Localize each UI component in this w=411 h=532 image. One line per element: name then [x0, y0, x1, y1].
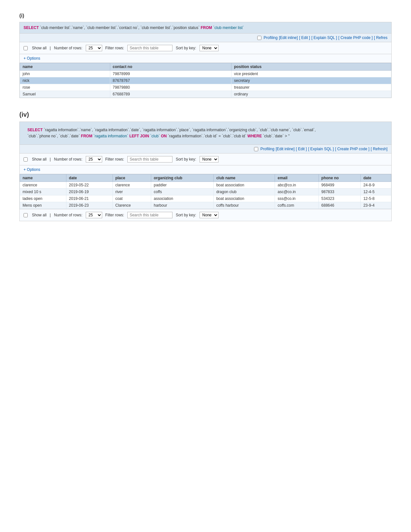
table-wrapper-i: name contact no position status john 798… [20, 63, 391, 98]
bottom-show-all-label-iv: Show all [32, 213, 46, 217]
sort-by-key-label-iv: Sort by key: [176, 157, 196, 162]
bottom-divider-iv: | [50, 213, 51, 217]
bottom-sort-select-iv[interactable]: None [200, 212, 219, 218]
controls-bar-iv: Show all | Number of rows: 25 50 100 Fil… [20, 153, 391, 165]
bottom-sort-label-iv: Sort by key: [176, 213, 196, 217]
create-php-link-i[interactable]: [ Create PHP code ] [338, 35, 373, 40]
num-rows-label-i: | [50, 46, 51, 50]
profiling-link-i[interactable]: Profiling [264, 35, 278, 40]
col-header-email-iv: email [275, 174, 319, 182]
explain-sql-link-iv[interactable]: [ Explain SQL ] [308, 147, 334, 151]
col-header-position-i: position status [231, 63, 391, 71]
cell-contact: 79878999 [110, 71, 231, 77]
sql-from-table: `club member list` [212, 25, 244, 30]
rows-select-iv[interactable]: 25 50 100 [86, 156, 102, 163]
table-row: ladies open 2019-06-21 coat association … [20, 195, 391, 202]
cell-club-name: coffs harbour [213, 202, 275, 209]
panel-iv: SELECT `ragatta information`.`name`, `ra… [19, 122, 392, 221]
cell-club-name: dragon club [213, 189, 275, 195]
table-row: john 79878999 vice president [20, 71, 391, 77]
cell-date: 2019-06-21 [66, 195, 113, 202]
cell-name: rose [20, 84, 110, 91]
sql-bar-i: SELECT `club member list`.`name`, `club … [20, 22, 391, 34]
cell-name: ladies open [20, 195, 66, 202]
table-header-row-i: name contact no position status [20, 63, 391, 71]
cell-position: ordinary [231, 91, 391, 98]
data-table-iv: name date place organizing club club nam… [20, 174, 391, 209]
edit-inline-link-iv[interactable]: [Edit inline] [276, 147, 295, 151]
cell-org-club: association [151, 195, 214, 202]
cell-phone: 968499 [318, 182, 360, 189]
cell-position: vice president [231, 71, 391, 77]
cell-place: coat [113, 195, 151, 202]
cell-name: Mens open [20, 202, 66, 209]
bottom-show-all-checkbox-iv[interactable] [24, 213, 28, 217]
table-row: mixed 10 s 2019-06-19 river coffs dragon… [20, 189, 391, 195]
table-row: Mens open 2019-06-23 Clarence harbour co… [20, 202, 391, 209]
cell-name: clarence [20, 182, 66, 189]
number-of-rows-label-iv: Number of rows: [54, 157, 82, 162]
search-input-i[interactable] [127, 45, 172, 51]
table-row: nick 87678767 secretary [20, 77, 391, 84]
sql-bar-iv: SELECT `ragatta information`.`name`, `ra… [20, 122, 391, 145]
edit-link-i[interactable]: [ Edit ] [299, 35, 310, 40]
rows-select-i[interactable]: 25 50 100 [86, 45, 102, 51]
sql-join-table-iv: `club` [149, 134, 160, 138]
refresh-link-iv[interactable]: [ Refresh] [371, 147, 387, 151]
cell-contact: 67688789 [110, 91, 231, 98]
cell-org-club: harbour [151, 202, 214, 209]
col-header-phone-iv: phone no [318, 174, 360, 182]
divider-iv: | [50, 157, 51, 162]
sql-from-keyword: FROM [200, 25, 212, 30]
cell-contact: 87678767 [110, 77, 231, 84]
col-header-club-name-iv: club name [213, 174, 275, 182]
explain-sql-link-i[interactable]: [ Explain SQL ] [311, 35, 337, 40]
profiling-link-iv[interactable]: Profiling [260, 147, 274, 151]
cell-date: 2019-05-22 [66, 182, 113, 189]
edit-link-iv[interactable]: [ Edit ] [296, 147, 307, 151]
cell-phone: 534323 [318, 195, 360, 202]
data-table-i: name contact no position status john 798… [20, 63, 391, 98]
sql-condition-iv: `ragatta information`.`club id` = `club`… [167, 134, 246, 138]
show-all-label-iv: Show all [32, 157, 46, 162]
options-link-i[interactable]: + Options [20, 54, 391, 63]
cell-position: treasurer [231, 84, 391, 91]
bottom-rows-select-iv[interactable]: 25 50 100 [86, 212, 102, 218]
controls-bar-i: Show all | Number of rows: 25 50 100 Fil… [20, 42, 391, 54]
bottom-filter-label-iv: Filter rows: [105, 213, 124, 217]
cell-place: river [113, 189, 151, 195]
sql-fields-iv: `ragatta information`.`name`, `ragatta i… [43, 128, 316, 132]
show-all-checkbox-i[interactable] [24, 46, 28, 50]
search-input-iv[interactable] [127, 156, 172, 163]
sort-select-iv[interactable]: None [200, 156, 219, 163]
cell-email: asc@co.in [275, 189, 319, 195]
table-header-row-iv: name date place organizing club club nam… [20, 174, 391, 182]
options-link-iv[interactable]: + Options [20, 165, 391, 174]
cell-email: coffs.com [275, 202, 319, 209]
cell-name: nick [20, 77, 110, 84]
filter-rows-label-i: Filter rows: [105, 46, 124, 50]
sql-from-iv: FROM [80, 134, 93, 138]
show-all-checkbox-iv[interactable] [24, 157, 28, 162]
col-header-date-iv: date [66, 174, 113, 182]
sort-select-i[interactable]: None [200, 45, 219, 51]
section-iv-label: (iv) [19, 111, 392, 118]
sql-line2-fields-iv: `club`.`phone no`, `club`.`date` [27, 134, 80, 138]
section-i-label: (i) [19, 13, 392, 19]
cell-name: Samuel [20, 91, 110, 98]
table-row: rose 79879880 treasurer [20, 84, 391, 91]
create-php-link-iv[interactable]: [ Create PHP code ] [335, 147, 369, 151]
show-all-label-i: Show all [32, 46, 46, 50]
cell-phone: 688646 [318, 202, 360, 209]
bottom-search-input-iv[interactable] [127, 212, 172, 218]
edit-inline-link-i[interactable]: [Edit inline] [279, 35, 298, 40]
sql-where-iv: WHERE [246, 134, 262, 138]
cell-email: abc@co.in [275, 182, 319, 189]
cell-club-name: boat association [213, 195, 275, 202]
refresh-link-i[interactable]: [ Refres [374, 35, 387, 40]
bottom-num-rows-label-iv: Number of rows: [54, 213, 82, 217]
profiling-checkbox-iv[interactable] [254, 147, 258, 151]
sql-join-iv: LEFT JOIN [128, 134, 149, 138]
profiling-checkbox-i[interactable] [257, 36, 261, 40]
col-header-place-iv: place [113, 174, 151, 182]
